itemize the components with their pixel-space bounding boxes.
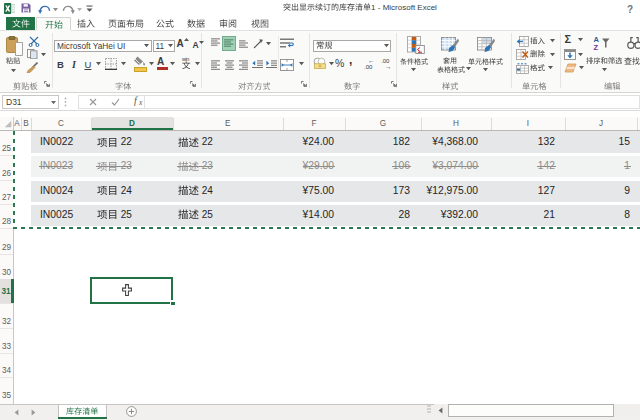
svg-text:Z: Z	[594, 43, 599, 52]
svg-text:.00: .00	[364, 63, 373, 69]
svg-text:→: →	[385, 62, 392, 69]
